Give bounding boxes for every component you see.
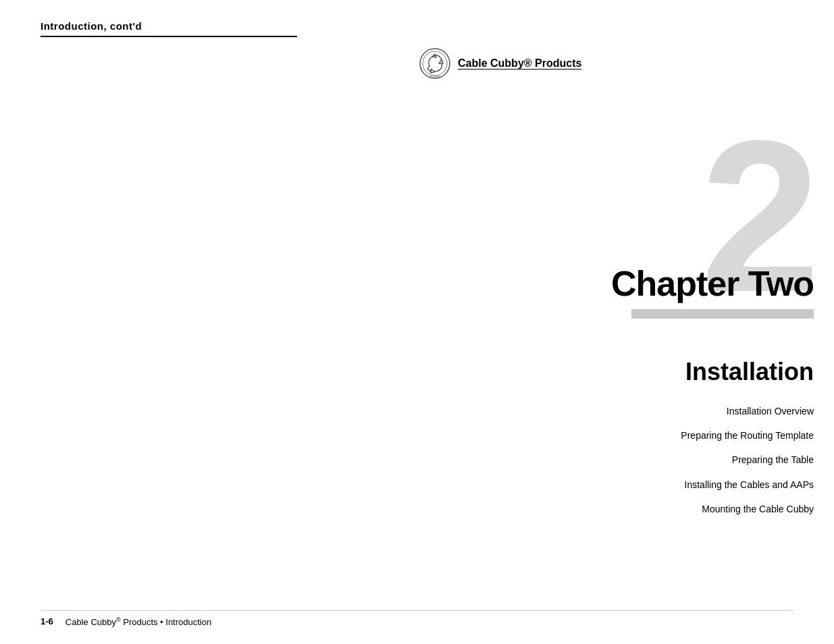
toc-item-3: Preparing the Table (681, 454, 814, 466)
intro-title: Introduction, cont'd (41, 20, 297, 37)
logo-text: Cable Cubby® Products (458, 57, 581, 70)
page-container: Introduction, cont'd EXTRON Cable Cubby®… (0, 0, 834, 644)
left-header: Introduction, cont'd (41, 20, 297, 37)
toc-item-2: Preparing the Routing Template (681, 429, 814, 441)
chapter-two-label: Chapter Two (611, 263, 814, 304)
svg-text:EXTRON: EXTRON (429, 75, 441, 78)
toc-item-4: Installing the Cables and AAPs (681, 479, 814, 491)
toc-list: Installation Overview Preparing the Rout… (681, 405, 814, 515)
toc-item-5: Mounting the Cable Cubby (681, 503, 814, 515)
svg-point-0 (420, 49, 450, 78)
chapter-bar-decoration (631, 309, 814, 319)
logo-icon: EXTRON (419, 47, 451, 80)
installation-heading: Installation (685, 358, 814, 386)
footer-text: Cable Cubby® Products • Introduction (66, 616, 211, 627)
footer-page-number: 1-6 (41, 616, 53, 626)
toc-item-1: Installation Overview (681, 405, 814, 417)
logo-area: EXTRON Cable Cubby® Products (419, 47, 581, 80)
footer: 1-6 Cable Cubby® Products • Introduction (41, 610, 793, 627)
